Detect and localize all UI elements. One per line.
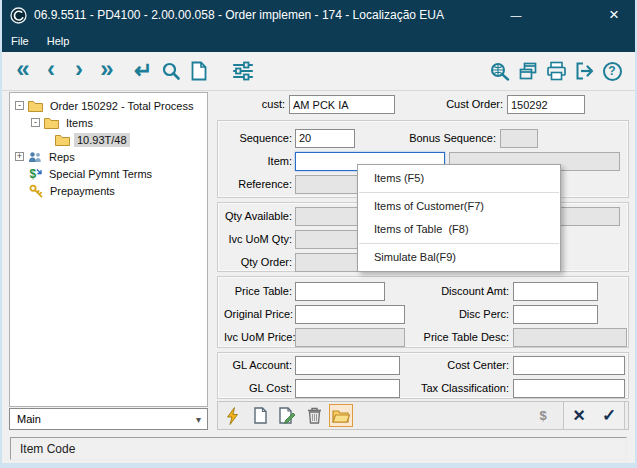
qty-available-label: Qty Available: <box>224 210 292 222</box>
order-tree-panel: - Order 150292 - Total Process - Items 1… <box>9 92 208 407</box>
dollar-button[interactable]: $ <box>531 408 555 423</box>
collapse-toggle-icon[interactable]: - <box>15 101 24 110</box>
cancel-button[interactable]: × <box>564 404 594 427</box>
cost-center-field[interactable] <box>513 356 625 375</box>
tree-item-label: Special Pymnt Terms <box>46 167 155 181</box>
cust-label: cust: <box>215 95 285 114</box>
toolbar-right-group: ? <box>487 56 627 86</box>
main-toolbar: « ‹ › » ↵ ? <box>2 52 635 91</box>
menu-separator <box>359 243 559 244</box>
lightning-icon <box>225 407 241 425</box>
tree-item-prepayments[interactable]: Prepayments <box>10 182 207 199</box>
help-button[interactable]: ? <box>599 56 625 86</box>
cust-field[interactable] <box>289 95 395 114</box>
search-icon <box>161 61 181 81</box>
tree-item-label: Order 150292 - Total Process <box>47 99 196 113</box>
ivc-uom-price-field <box>295 328 405 347</box>
app-logo-icon <box>10 7 27 24</box>
enter-button[interactable]: ↵ <box>130 56 156 86</box>
cascade-windows-icon <box>518 61 538 81</box>
exit-button[interactable] <box>571 56 597 86</box>
menu-bar: File Help <box>2 30 635 52</box>
gl-account-row: GL Account: Cost Center: <box>224 354 620 376</box>
open-folder-icon <box>332 409 350 423</box>
dollar-icon: $ <box>29 167 42 180</box>
context-menu-item-items-of-customer-f7[interactable]: Items of Customer(F7) <box>358 195 560 218</box>
cust-order-field[interactable] <box>507 95 585 114</box>
filter-settings-button[interactable] <box>230 56 256 86</box>
tree-item-order[interactable]: - Order 150292 - Total Process <box>10 97 207 114</box>
close-button[interactable]: × <box>593 0 635 30</box>
new-record-button[interactable] <box>248 404 272 427</box>
gl-cost-field[interactable] <box>295 379 400 398</box>
collapse-toggle-icon[interactable]: - <box>31 118 40 127</box>
key-icon <box>29 184 43 198</box>
record-action-bar: $ × ✓ <box>217 401 629 430</box>
nav-first-button[interactable]: « <box>10 54 36 88</box>
ivc-uom-qty-label: Ivc UoM Qty: <box>224 233 292 245</box>
menu-separator <box>359 192 559 193</box>
view-selector-dropdown[interactable]: Main ▾ <box>9 408 208 430</box>
sequence-field[interactable] <box>295 129 355 148</box>
original-price-field[interactable] <box>295 305 405 324</box>
new-document-button[interactable] <box>186 56 212 86</box>
menu-help[interactable]: Help <box>38 30 79 52</box>
print-button[interactable] <box>543 56 569 86</box>
folder-icon <box>55 134 70 146</box>
discount-amt-field[interactable] <box>513 282 598 301</box>
nav-last-button[interactable]: » <box>94 54 120 88</box>
search-button[interactable] <box>158 56 184 86</box>
cust-order-label: Cust Order: <box>415 95 503 114</box>
tree-item-item-code[interactable]: 10.93T/48 <box>10 131 207 148</box>
minimize-button[interactable]: — <box>495 0 537 30</box>
price-table-desc-label: Price Table Desc: <box>409 331 509 343</box>
printer-icon <box>546 61 567 81</box>
tax-classification-field[interactable] <box>513 379 625 398</box>
tree-item-items[interactable]: - Items <box>10 114 207 131</box>
svg-text:$: $ <box>30 167 37 180</box>
ivc-uom-price-label: Ivc UoM Price: <box>224 331 292 343</box>
price-table-field[interactable] <box>295 282 385 301</box>
status-text: Item Code <box>20 442 75 456</box>
tree-item-label: Reps <box>46 150 78 164</box>
tax-classification-label: Tax Classification: <box>409 382 509 394</box>
new-document-icon <box>190 61 208 81</box>
cost-center-label: Cost Center: <box>409 359 509 371</box>
execute-button[interactable] <box>221 404 245 427</box>
discount-amt-label: Discount Amt: <box>409 285 509 297</box>
tree-item-special-pymnt-terms[interactable]: $ Special Pymnt Terms <box>10 165 207 182</box>
nav-prev-button[interactable]: ‹ <box>38 54 64 88</box>
disc-perc-label: Disc Perc: <box>409 308 509 320</box>
delete-record-button[interactable] <box>302 404 326 427</box>
price-table-row: Price Table: Discount Amt: <box>224 280 620 302</box>
edit-record-button[interactable] <box>275 404 299 427</box>
gl-account-label: GL Account: <box>224 359 292 371</box>
context-menu-item-items-of-table-f8[interactable]: Items of Table (F8) <box>358 218 560 241</box>
item-label: Item: <box>224 155 292 167</box>
confirm-button[interactable]: ✓ <box>594 405 624 426</box>
menu-file[interactable]: File <box>2 30 38 52</box>
view-selector-value: Main <box>17 413 41 425</box>
zoom-search-button[interactable] <box>487 56 513 86</box>
confirm-cancel-group: × ✓ <box>563 401 625 430</box>
price-table-label: Price Table: <box>224 285 292 297</box>
gl-account-field[interactable] <box>295 356 400 375</box>
ivc-uom-price-row: Ivc UoM Price: Price Table Desc: <box>224 326 620 348</box>
tree-item-reps[interactable]: + Reps <box>10 148 207 165</box>
open-folder-button[interactable] <box>329 404 353 427</box>
qty-available-uom-field <box>558 207 620 226</box>
cascade-windows-button[interactable] <box>515 56 541 86</box>
context-menu-item-items-f5[interactable]: Items (F5) <box>358 167 560 190</box>
gl-cost-row: GL Cost: Tax Classification: <box>224 377 620 399</box>
nav-next-button[interactable]: › <box>66 54 92 88</box>
titlebar: 06.9.5511 - PD4100 - 2.00.00.058 - Order… <box>2 0 635 30</box>
price-group-box: Price Table: Discount Amt: Original Pric… <box>217 276 629 348</box>
context-menu-item-simulate-bal-f9[interactable]: Simulate Bal(F9) <box>358 246 560 269</box>
disc-perc-field[interactable] <box>513 305 598 324</box>
sliders-icon <box>232 61 254 81</box>
expand-toggle-icon[interactable]: + <box>15 152 24 161</box>
bonus-sequence-field <box>500 129 538 148</box>
original-price-label: Original Price: <box>224 308 292 320</box>
bonus-sequence-label: Bonus Sequence: <box>401 132 496 144</box>
trash-icon <box>307 407 322 424</box>
